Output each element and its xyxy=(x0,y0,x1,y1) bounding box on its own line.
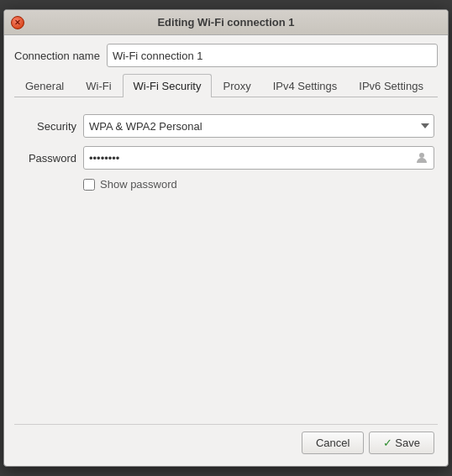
titlebar: ✕ Editing Wi-Fi connection 1 xyxy=(4,10,448,35)
connection-name-row: Connection name xyxy=(14,44,438,67)
connection-name-label: Connection name xyxy=(14,50,100,62)
tab-wifi-security[interactable]: Wi-Fi Security xyxy=(123,74,213,97)
security-select[interactable]: None WPA & WPA2 Personal WPA2 Personal W… xyxy=(83,114,434,138)
show-password-checkbox[interactable] xyxy=(83,179,95,191)
dialog-content: Connection name General Wi-Fi Wi-Fi Secu… xyxy=(4,35,448,466)
password-row: Password xyxy=(18,146,434,170)
security-label: Security xyxy=(18,120,76,133)
tab-wifi[interactable]: Wi-Fi xyxy=(75,74,122,97)
close-icon: ✕ xyxy=(14,18,21,27)
tab-content-wifi-security: Security None WPA & WPA2 Personal WPA2 P… xyxy=(14,106,438,206)
tab-general[interactable]: General xyxy=(14,74,75,97)
password-input[interactable] xyxy=(83,146,434,170)
password-wrapper xyxy=(83,146,434,170)
dialog-window: ✕ Editing Wi-Fi connection 1 Connection … xyxy=(3,9,449,467)
save-label: Save xyxy=(395,437,420,449)
window-title: Editing Wi-Fi connection 1 xyxy=(24,16,428,29)
show-password-row: Show password xyxy=(83,178,434,191)
svg-point-0 xyxy=(419,153,424,158)
tab-bar: General Wi-Fi Wi-Fi Security Proxy IPv4 … xyxy=(14,74,438,97)
security-select-wrapper: None WPA & WPA2 Personal WPA2 Personal W… xyxy=(83,114,434,138)
security-row: Security None WPA & WPA2 Personal WPA2 P… xyxy=(18,114,434,138)
connection-name-input[interactable] xyxy=(107,44,438,67)
save-check-icon: ✓ xyxy=(383,437,392,449)
show-password-label[interactable]: Show password xyxy=(100,178,177,191)
tab-proxy[interactable]: Proxy xyxy=(212,74,261,97)
tab-ipv6-settings[interactable]: IPv6 Settings xyxy=(348,74,434,97)
person-icon[interactable] xyxy=(414,150,429,165)
cancel-button[interactable]: Cancel xyxy=(302,432,364,454)
password-label: Password xyxy=(18,152,76,165)
tab-ipv4-settings[interactable]: IPv4 Settings xyxy=(262,74,349,97)
button-bar: Cancel ✓Save xyxy=(14,424,438,458)
close-button[interactable]: ✕ xyxy=(11,16,24,29)
save-button[interactable]: ✓Save xyxy=(369,432,434,454)
